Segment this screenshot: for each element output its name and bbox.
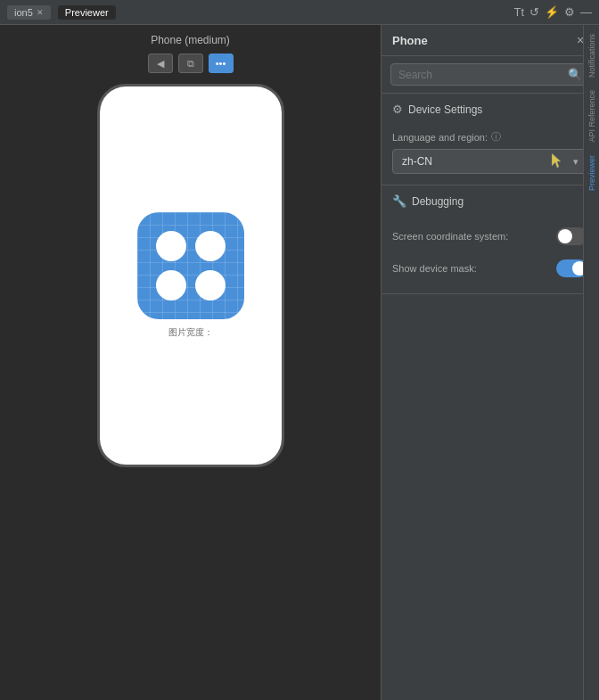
- phone-screen: 图片宽度：: [100, 86, 282, 465]
- device-settings-header[interactable]: ⚙ Device Settings ▾: [382, 94, 599, 125]
- left-panel: Phone (medium) ◀ ⧉ ••• 图片宽度：: [0, 25, 381, 700]
- tab-ion5-label: ion5: [14, 7, 33, 18]
- device-settings-section: ⚙ Device Settings ▾ Language and region:…: [382, 94, 599, 185]
- svg-marker-0: [552, 153, 561, 168]
- debugging-icon: 🔧: [392, 194, 406, 208]
- device-settings-header-left: ⚙ Device Settings: [392, 103, 482, 116]
- text-icon[interactable]: Tt: [513, 5, 524, 19]
- app-icon-dots: [156, 231, 226, 301]
- top-bar-icons: Tt ↺ ⚡ ⚙ —: [513, 5, 592, 19]
- language-select[interactable]: zh-CN ▾: [392, 149, 588, 174]
- debugging-header[interactable]: 🔧 Debugging ▾: [382, 185, 599, 217]
- tab-ion5-close[interactable]: ✕: [37, 8, 44, 17]
- language-label: Language and region: ⓘ: [392, 130, 588, 144]
- debugging-title: Debugging: [412, 195, 464, 208]
- phone-caption: 图片宽度：: [168, 326, 213, 339]
- phone-mockup: 图片宽度：: [97, 84, 284, 467]
- tab-previewer[interactable]: Previewer: [58, 5, 116, 20]
- minimize-icon[interactable]: —: [580, 5, 592, 19]
- panel-title: Phone: [392, 34, 428, 47]
- device-settings-icon: ⚙: [392, 103, 403, 116]
- debugging-section: 🔧 Debugging ▾ Screen coordinate system: …: [382, 185, 599, 294]
- app-dot-3: [156, 270, 186, 301]
- debugging-content: Screen coordinate system: Show device ma…: [382, 217, 599, 293]
- side-tab-api-reference[interactable]: API Reference: [586, 85, 598, 148]
- app-dot-4: [195, 270, 226, 301]
- main-layout: Phone (medium) ◀ ⧉ ••• 图片宽度：: [0, 25, 599, 700]
- app-dot-1: [156, 231, 186, 261]
- device-settings-content: Language and region: ⓘ zh-CN ▾: [382, 125, 599, 185]
- phone-controls: ◀ ⧉ •••: [148, 54, 234, 73]
- side-tab-notifications[interactable]: Notifications: [586, 29, 598, 83]
- refresh-icon[interactable]: ↺: [529, 5, 539, 19]
- tab-previewer-label: Previewer: [65, 7, 109, 18]
- language-chevron: ▾: [573, 156, 578, 168]
- device-settings-title: Device Settings: [408, 103, 482, 116]
- language-info-icon: ⓘ: [491, 130, 501, 144]
- search-box: 🔍: [390, 63, 590, 86]
- screen-coordinate-label: Screen coordinate system:: [392, 231, 508, 242]
- more-button[interactable]: •••: [209, 54, 234, 73]
- debugging-header-left: 🔧 Debugging: [392, 194, 464, 208]
- layout-button[interactable]: ⧉: [178, 54, 203, 73]
- back-button[interactable]: ◀: [148, 54, 173, 73]
- show-device-mask-row: Show device mask:: [392, 254, 588, 283]
- cursor-pointer: [552, 153, 562, 169]
- app-dot-2: [195, 231, 226, 261]
- tab-ion5[interactable]: ion5 ✕: [7, 5, 51, 20]
- search-icon: 🔍: [568, 68, 582, 81]
- side-tabs: Notifications API Reference Previewer: [583, 25, 599, 700]
- side-tab-previewer[interactable]: Previewer: [586, 150, 598, 196]
- show-device-mask-label: Show device mask:: [392, 263, 477, 274]
- screen-coordinate-thumb: [558, 229, 572, 243]
- language-label-text: Language and region:: [392, 132, 488, 143]
- search-container: 🔍: [382, 56, 599, 94]
- top-bar: ion5 ✕ Previewer Tt ↺ ⚡ ⚙ —: [0, 0, 599, 25]
- right-panel: Phone × 🔍 ⚙ Device Settings ▾ Language a…: [381, 25, 599, 700]
- settings-icon[interactable]: ⚙: [564, 5, 575, 19]
- screen-coordinate-row: Screen coordinate system:: [392, 222, 588, 251]
- language-value: zh-CN: [402, 155, 432, 168]
- search-input[interactable]: [398, 69, 562, 81]
- filter-icon[interactable]: ⚡: [545, 5, 559, 19]
- phone-label: Phone (medium): [151, 34, 230, 46]
- app-icon: [137, 212, 244, 319]
- panel-header: Phone ×: [382, 25, 599, 56]
